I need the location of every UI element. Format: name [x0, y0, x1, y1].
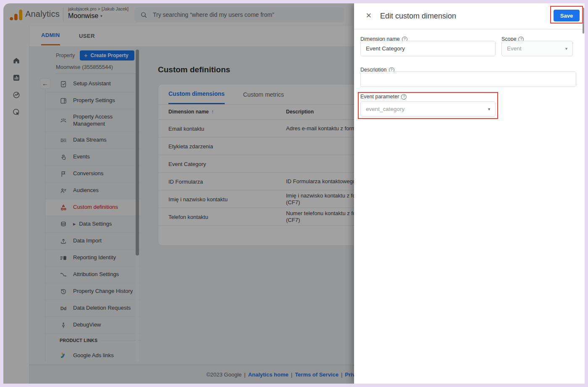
page-title: Custom definitions: [158, 65, 230, 74]
sidebar-item-setup-assistant[interactable]: Setup Assistant: [45, 76, 141, 92]
property-column-label: Property: [56, 53, 75, 58]
reports-icon: [12, 74, 21, 82]
sidebar-item-property-access-management[interactable]: Property Access Management: [45, 109, 141, 132]
save-button[interactable]: Save: [554, 10, 580, 21]
data-deletion-icon: Dd: [60, 306, 67, 311]
column-description: Description: [286, 109, 314, 115]
debugview-icon: [60, 321, 67, 329]
property-list-scrollbar[interactable]: [136, 50, 139, 362]
copyright-text: ©2023 Google: [206, 371, 242, 378]
sidebar-item-events[interactable]: Events: [45, 149, 141, 166]
tab-custom-metrics[interactable]: Custom metrics: [243, 84, 284, 104]
property-access-icon: [60, 117, 67, 124]
topbar-divider: [63, 8, 63, 22]
panel-scrollbar-thumb[interactable]: [583, 8, 584, 34]
selected-property-name[interactable]: Moonwise (355855544): [56, 64, 136, 74]
panel-header: × Edit custom dimension Save: [354, 3, 585, 29]
column-dimension-name[interactable]: Dimension name: [168, 109, 209, 115]
footer-separator: |: [244, 371, 245, 378]
annotation-box-save: Save: [550, 6, 583, 24]
sidebar-item-data-streams[interactable]: Data Streams: [45, 132, 141, 149]
search-bar[interactable]: [134, 7, 344, 22]
plus-icon: +: [84, 52, 87, 59]
sidebar-item-custom-definitions[interactable]: Custom definitions: [45, 199, 141, 216]
create-property-button[interactable]: + Create Property: [80, 50, 134, 61]
sidebar-item-reporting-identity[interactable]: Reporting Identity: [45, 250, 141, 266]
tab-admin-label: ADMIN: [41, 32, 60, 38]
events-icon: [60, 153, 67, 161]
property-switcher[interactable]: Moonwise ▾: [68, 12, 102, 20]
property-settings-icon: [60, 97, 67, 105]
data-settings-icon: [60, 221, 67, 228]
close-icon: ×: [366, 10, 372, 21]
event-parameter-dropdown[interactable]: event_category ▾: [360, 101, 496, 117]
collapse-panel-button[interactable]: ←: [40, 78, 50, 89]
search-input[interactable]: [153, 11, 329, 18]
cell-dimension-name: Event Category: [168, 155, 206, 173]
sidebar-item-property-change-history[interactable]: Property Change History: [45, 283, 141, 300]
description-input[interactable]: [360, 71, 576, 87]
setup-assistant-icon: [60, 80, 67, 88]
sidebar-item-debugview[interactable]: DebugView: [45, 317, 141, 334]
dropdown-caret-icon: ▾: [565, 46, 567, 51]
sidebar-item-label: DebugView: [73, 321, 101, 328]
account-breadcrumb[interactable]: jakubjacek.pro > [Jakub Jacek]: [68, 6, 129, 11]
tab-custom-dimensions[interactable]: Custom dimensions: [168, 84, 225, 104]
nav-rail: ⚙: [3, 26, 29, 384]
advertising-nav-button[interactable]: [9, 105, 24, 120]
sidebar-item-label: Events: [73, 153, 90, 160]
product-links-header-label: PRODUCT LINKS: [60, 338, 97, 343]
audiences-icon: [60, 187, 67, 195]
tab-admin[interactable]: ADMIN: [41, 26, 60, 45]
cell-dimension-name: Imię i nazwisko kontaktu: [168, 190, 228, 208]
sidebar-item-property-settings[interactable]: Property Settings: [45, 92, 141, 109]
cell-dimension-name: Telefon kontaktu: [168, 208, 208, 226]
analytics-app: Analytics jakubjacek.pro > [Jakub Jacek]…: [3, 3, 585, 384]
sidebar-item-audiences[interactable]: Audiences: [45, 182, 141, 199]
home-icon: [12, 56, 21, 65]
product-links-header: PRODUCT LINKS: [45, 334, 141, 347]
sidebar-item-label: Data Import: [73, 237, 102, 244]
reports-nav-button[interactable]: [9, 70, 24, 85]
property-nav-list: Setup Assistant Property Settings Proper…: [45, 76, 141, 381]
sidebar-item-conversions[interactable]: Conversions: [45, 166, 141, 182]
sidebar-item-label: Property Change History: [73, 288, 133, 295]
sidebar-item-data-deletion-requests[interactable]: Dd Data Deletion Requests: [45, 300, 141, 317]
panel-title: Edit custom dimension: [380, 12, 456, 21]
event-parameter-value: event_category: [366, 106, 404, 112]
sidebar-item-attribution-settings[interactable]: Attribution Settings: [45, 266, 141, 283]
tab-label: Custom dimensions: [168, 90, 225, 97]
tab-user[interactable]: USER: [79, 26, 95, 45]
tab-label: Custom metrics: [243, 91, 284, 98]
scrollbar-thumb[interactable]: [136, 50, 139, 255]
attribution-settings-icon: [60, 271, 67, 279]
sidebar-item-label: Conversions: [73, 170, 103, 177]
sort-ascending-icon[interactable]: ↑: [211, 109, 214, 115]
close-button[interactable]: ×: [363, 10, 374, 21]
sidebar-item-label: Reporting Identity: [73, 254, 116, 261]
footer-link-terms[interactable]: Terms of Service: [295, 371, 339, 378]
sidebar-item-label: Custom definitions: [73, 204, 118, 211]
history-icon: [60, 288, 67, 295]
help-icon[interactable]: ?: [401, 94, 407, 100]
explore-icon: [12, 91, 21, 99]
google-ads-icon: [60, 352, 67, 359]
cell-description: Adres e-mail kontaktu z formu: [286, 120, 359, 137]
custom-definitions-icon: [60, 204, 67, 211]
field-label-text: Event parameter: [360, 94, 399, 100]
property-column-header: Property + Create Property: [56, 50, 134, 61]
back-arrow-icon: ←: [42, 80, 48, 87]
sidebar-item-data-import[interactable]: Data Import: [45, 233, 141, 250]
footer-link-analytics-home[interactable]: Analytics home: [248, 371, 289, 378]
home-nav-button[interactable]: [9, 53, 24, 68]
sidebar-item-google-ads-links[interactable]: Google Ads links: [45, 347, 141, 364]
sidebar-item-label: Property Settings: [73, 97, 115, 104]
edit-custom-dimension-panel: × Edit custom dimension Save Dimension n…: [354, 3, 585, 384]
sidebar-item-label: Property Access Management: [73, 113, 138, 127]
sidebar-item-data-settings[interactable]: ▶ Data Settings: [45, 216, 141, 233]
cell-dimension-name: ID Formularza: [168, 173, 203, 190]
scope-dropdown: Event ▾: [501, 41, 573, 56]
advertising-icon: [12, 108, 21, 116]
explore-nav-button[interactable]: [9, 87, 24, 103]
dimension-name-input[interactable]: [360, 41, 496, 56]
